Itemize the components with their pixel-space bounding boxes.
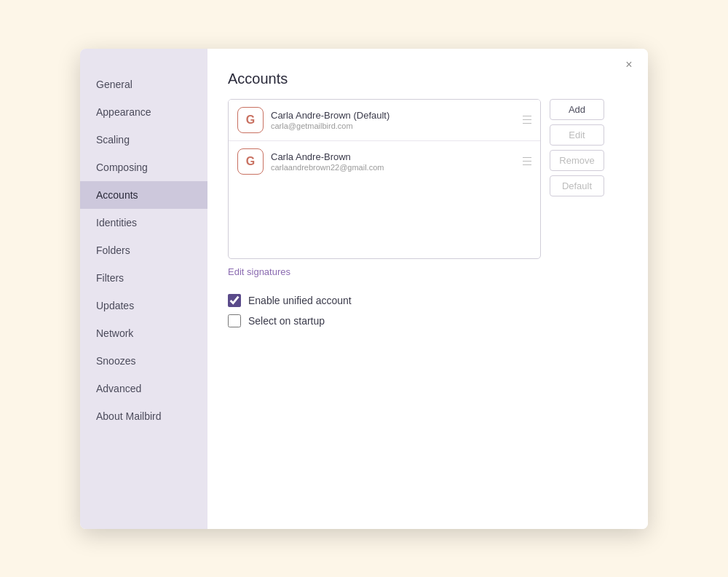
add-button[interactable]: Add [550,99,604,120]
sidebar-item-advanced[interactable]: Advanced [80,375,207,402]
account-row[interactable]: GCarla Andre-Brown (Default)carla@getmai… [229,100,540,141]
sidebar-item-identities[interactable]: Identities [80,209,207,236]
checkbox-section: Enable unified accountSelect on startup [228,294,626,327]
sidebar-item-snoozes[interactable]: Snoozes [80,347,207,375]
account-settings-icon[interactable] [523,115,531,124]
account-icon: G [237,148,264,175]
account-settings-icon[interactable] [523,156,531,166]
account-name: Carla Andre-Brown [271,151,523,162]
sidebar-item-accounts[interactable]: Accounts [80,181,207,209]
accounts-box: GCarla Andre-Brown (Default)carla@getmai… [228,99,541,259]
side-buttons: Add Edit Remove Default [550,99,604,196]
checkbox-label-unified: Enable unified account [248,295,352,306]
main-content: Accounts GCarla Andre-Brown (Default)car… [207,49,648,529]
default-button[interactable]: Default [550,175,604,196]
edit-signatures-link[interactable]: Edit signatures [228,266,290,277]
close-button[interactable]: × [620,56,638,73]
account-name: Carla Andre-Brown (Default) [271,110,523,121]
sidebar-item-filters[interactable]: Filters [80,264,207,292]
sidebar-item-folders[interactable]: Folders [80,236,207,264]
account-info: Carla Andre-Brown (Default)carla@getmail… [271,110,523,130]
page-title: Accounts [228,71,626,87]
accounts-list-col: GCarla Andre-Brown (Default)carla@getmai… [228,99,541,278]
account-icon: G [237,107,264,133]
sidebar-item-updates[interactable]: Updates [80,292,207,319]
sidebar-item-appearance[interactable]: Appearance [80,98,207,126]
accounts-section: GCarla Andre-Brown (Default)carla@getmai… [228,99,626,278]
remove-button[interactable]: Remove [550,150,604,171]
sidebar-item-general[interactable]: General [80,71,207,98]
account-email: carla@getmailbird.com [271,122,523,130]
sidebar-item-scaling[interactable]: Scaling [80,126,207,154]
checkbox-label-startup: Select on startup [248,315,325,327]
settings-sidebar: GeneralAppearanceScalingComposingAccount… [80,49,207,529]
settings-dialog: × GeneralAppearanceScalingComposingAccou… [80,49,648,529]
sidebar-item-network[interactable]: Network [80,319,207,347]
checkbox-row-startup[interactable]: Select on startup [228,314,626,327]
edit-button[interactable]: Edit [550,124,604,146]
checkbox-startup[interactable] [228,314,241,327]
account-email: carlaandrebrown22@gmail.com [271,163,523,172]
sidebar-item-about[interactable]: About Mailbird [80,402,207,430]
checkbox-row-unified[interactable]: Enable unified account [228,294,626,307]
checkbox-unified[interactable] [228,294,241,307]
account-row[interactable]: GCarla Andre-Browncarlaandrebrown22@gmai… [229,141,540,182]
account-info: Carla Andre-Browncarlaandrebrown22@gmail… [271,151,523,172]
sidebar-item-composing[interactable]: Composing [80,154,207,181]
